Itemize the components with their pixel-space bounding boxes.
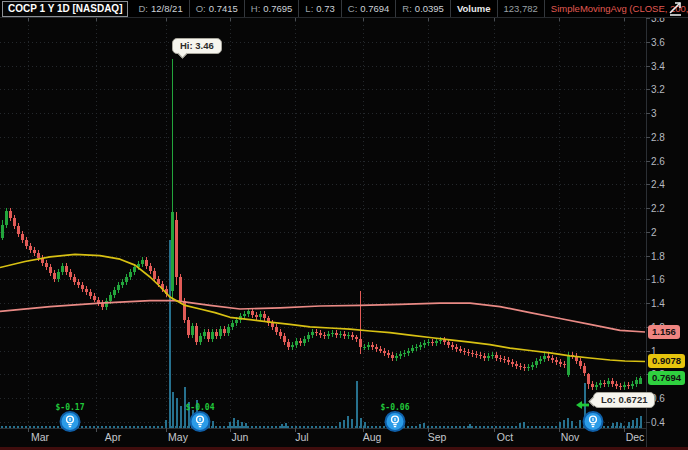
field-date-value: 12/8/21 (151, 3, 183, 14)
month-tick-label: Apr (105, 431, 121, 443)
price-chart-canvas[interactable] (0, 0, 688, 450)
event-marker[interactable] (60, 411, 81, 432)
price-badge-last: 0.7694 (648, 371, 685, 385)
price-tick-label: 2 (651, 226, 657, 237)
field-open-value: 0.7415 (209, 3, 238, 14)
ohlc-top-bar: COCP 1 Y 1D [NASDAQ] D: 12/8/21 O: 0.741… (0, 0, 688, 18)
month-tick-label: Jul (295, 431, 308, 443)
volume-value: 123,782 (497, 0, 544, 17)
field-low-label: L: (305, 3, 313, 14)
lightbulb-icon (190, 411, 211, 432)
price-tick-label: 3.4 (651, 60, 665, 71)
price-tick-label: 3.2 (651, 84, 665, 95)
low-annotation: Lo: 0.6721 (593, 392, 655, 408)
field-low-value: 0.73 (316, 3, 335, 14)
field-range-label: R: (402, 3, 412, 14)
high-annotation: Hi: 3.46 (172, 38, 222, 54)
price-tick-label: 3.6 (651, 36, 665, 47)
price-tick-label: 2.6 (651, 155, 665, 166)
price-tick-label: 1.8 (651, 250, 665, 261)
month-tick-label: May (168, 431, 188, 443)
month-tick-label: Jun (232, 431, 249, 443)
field-range-value: 0.0395 (415, 3, 444, 14)
field-high: H: 0.7695 (244, 0, 299, 17)
indicator-label[interactable]: SimpleMovingAvg (CLOSE, 200, 0, no) (544, 0, 688, 17)
field-low: L: 0.73 (298, 0, 340, 17)
price-tick-label: 1.4 (651, 298, 665, 309)
symbol-title: COCP 1 Y 1D [NASDAQ] (2, 1, 128, 17)
field-date: D: 12/8/21 (132, 0, 188, 17)
field-close-value: 0.7694 (360, 3, 389, 14)
volume-label: Volume (450, 0, 497, 17)
event-marker[interactable] (190, 411, 211, 432)
month-tick-label: Oct (497, 431, 513, 443)
field-close-label: C: (348, 3, 358, 14)
price-tick-label: 3 (651, 108, 657, 119)
month-tick-label: Mar (31, 431, 49, 443)
month-tick-label: Nov (561, 431, 580, 443)
price-tick-label: 0.4 (651, 416, 665, 427)
price-tick-label: 2.4 (651, 179, 665, 190)
month-tick-label: Aug (363, 431, 382, 443)
event-marker[interactable] (583, 411, 604, 432)
field-high-value: 0.7695 (263, 3, 292, 14)
price-tick-label: 2.2 (651, 203, 665, 214)
price-badge-sma_short: 0.9078 (648, 354, 685, 368)
trendline-tool-icon[interactable] (668, 1, 684, 16)
field-open: O: 0.7415 (189, 0, 244, 17)
lightbulb-icon (583, 411, 604, 432)
price-badge-sma_long: 1.156 (648, 325, 680, 339)
month-tick-label: Sep (428, 431, 447, 443)
field-high-label: H: (251, 3, 261, 14)
lightbulb-icon (60, 411, 81, 432)
field-close: C: 0.7694 (341, 0, 396, 17)
stock-chart-app: COCP 1 Y 1D [NASDAQ] D: 12/8/21 O: 0.741… (0, 0, 688, 450)
event-marker[interactable] (385, 411, 406, 432)
field-open-label: O: (196, 3, 206, 14)
low-arrow-icon (576, 401, 590, 409)
field-range: R: 0.0395 (395, 0, 450, 17)
price-tick-label: 2.8 (651, 131, 665, 142)
month-tick-label: Dec (626, 431, 645, 443)
lightbulb-icon (385, 411, 406, 432)
price-tick-label: 1.6 (651, 274, 665, 285)
field-date-label: D: (138, 3, 148, 14)
